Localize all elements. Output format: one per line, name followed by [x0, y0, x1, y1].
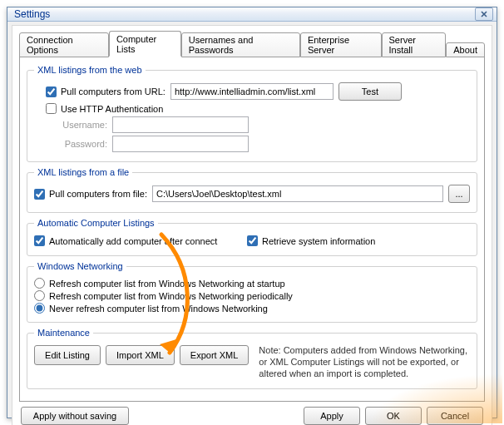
- browse-button[interactable]: ...: [448, 185, 470, 203]
- legend-xml-web: XML listings from the web: [34, 65, 146, 75]
- radio-refresh-periodic-box[interactable]: [34, 290, 45, 301]
- group-xml-file: XML listings from a file Pull computers …: [27, 167, 477, 213]
- window-title: Settings: [14, 8, 475, 20]
- radio-refresh-periodic-label: Refresh computer list from Windows Netwo…: [49, 291, 293, 301]
- check-pull-url-label: Pull computers from URL:: [61, 86, 166, 96]
- tab-server-install[interactable]: Server Install: [382, 32, 447, 57]
- url-input[interactable]: [170, 83, 334, 100]
- legend-auto-listings: Automatic Computer Listings: [34, 218, 158, 228]
- ok-button[interactable]: OK: [365, 407, 422, 425]
- tabpage-computer-lists: XML listings from the web Pull computers…: [19, 56, 485, 402]
- radio-refresh-startup-label: Refresh computer list from Windows Netwo…: [49, 279, 285, 289]
- radio-refresh-never-box[interactable]: [34, 303, 45, 314]
- test-button[interactable]: Test: [338, 82, 402, 101]
- cancel-button[interactable]: Cancel: [427, 407, 483, 425]
- close-icon: [481, 11, 487, 17]
- edit-listing-button[interactable]: Edit Listing: [34, 345, 101, 365]
- legend-maintenance: Maintenance: [34, 328, 93, 338]
- tab-connection-options[interactable]: Connection Options: [19, 32, 109, 57]
- check-auto-add-label: Automatically add computer after connect: [49, 236, 217, 246]
- export-xml-button[interactable]: Export XML: [180, 345, 249, 365]
- password-label: Password:: [59, 139, 107, 149]
- tab-about[interactable]: About: [446, 42, 485, 57]
- password-input[interactable]: [112, 136, 249, 152]
- check-http-auth-box[interactable]: [46, 103, 57, 114]
- check-http-auth-label: Use HTTP Authentication: [61, 104, 163, 114]
- apply-without-saving-button[interactable]: Apply without saving: [21, 407, 129, 425]
- group-maintenance: Maintenance Edit Listing Import XML Expo…: [27, 328, 477, 389]
- radio-refresh-never[interactable]: Never refresh computer list from Windows…: [34, 303, 470, 314]
- check-pull-url-box[interactable]: [46, 86, 57, 97]
- check-retrieve-sysinfo-box[interactable]: [247, 235, 258, 246]
- settings-window: Settings Connection Options Computer Lis…: [7, 7, 497, 418]
- group-windows-networking: Windows Networking Refresh computer list…: [27, 261, 477, 323]
- radio-refresh-startup-box[interactable]: [34, 278, 45, 289]
- check-auto-add-box[interactable]: [34, 235, 45, 246]
- tabstrip: Connection Options Computer Lists Userna…: [19, 31, 485, 57]
- apply-button[interactable]: Apply: [304, 407, 360, 425]
- check-retrieve-sysinfo[interactable]: Retrieve system information: [247, 235, 375, 246]
- check-http-auth[interactable]: Use HTTP Authentication: [46, 103, 163, 114]
- legend-windows-networking: Windows Networking: [34, 261, 126, 271]
- check-pull-file-box[interactable]: [34, 189, 45, 200]
- username-input[interactable]: [112, 116, 249, 133]
- file-path-input[interactable]: [152, 185, 443, 202]
- close-button[interactable]: [475, 7, 493, 21]
- titlebar: Settings: [7, 7, 497, 22]
- check-auto-add[interactable]: Automatically add computer after connect: [34, 235, 242, 246]
- import-xml-button[interactable]: Import XML: [106, 345, 175, 365]
- username-label: Username:: [59, 120, 107, 130]
- group-xml-web: XML listings from the web Pull computers…: [27, 65, 477, 162]
- check-pull-url[interactable]: Pull computers from URL:: [46, 86, 166, 97]
- legend-xml-file: XML listings from a file: [34, 167, 132, 177]
- tab-computer-lists[interactable]: Computer Lists: [109, 31, 181, 57]
- radio-refresh-never-label: Never refresh computer list from Windows…: [49, 304, 268, 314]
- radio-refresh-startup[interactable]: Refresh computer list from Windows Netwo…: [34, 278, 470, 289]
- check-retrieve-sysinfo-label: Retrieve system information: [262, 236, 375, 246]
- tab-usernames-passwords[interactable]: Usernames and Passwords: [181, 32, 300, 57]
- check-pull-file[interactable]: Pull computers from file:: [34, 189, 147, 200]
- button-bar: Apply without saving Apply OK Cancel: [19, 402, 485, 425]
- group-auto-listings: Automatic Computer Listings Automaticall…: [27, 218, 477, 256]
- client-area: Connection Options Computer Lists Userna…: [12, 25, 492, 425]
- tab-enterprise-server[interactable]: Enterprise Server: [300, 32, 382, 57]
- check-pull-file-label: Pull computers from file:: [49, 189, 147, 199]
- radio-refresh-periodic[interactable]: Refresh computer list from Windows Netwo…: [34, 290, 470, 301]
- maintenance-note: Note: Computers added from Windows Netwo…: [259, 345, 470, 379]
